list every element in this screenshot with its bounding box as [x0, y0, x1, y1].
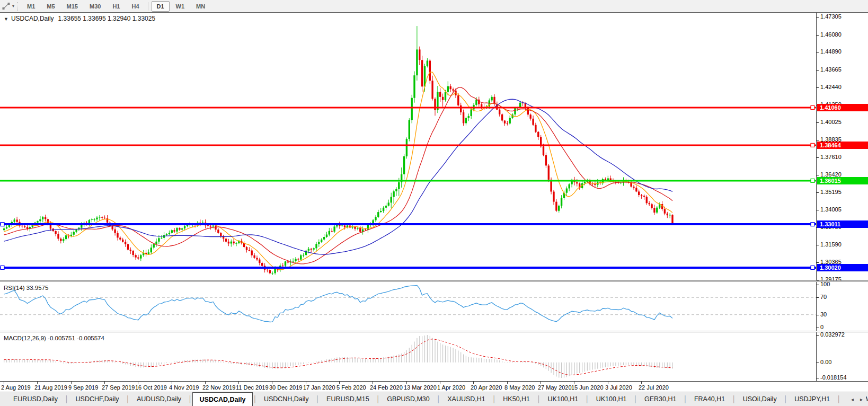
tab-list: EURUSD,Daily│USDCHF,Daily│AUDUSD,Daily│U… — [0, 392, 868, 406]
macd-panel[interactable] — [0, 332, 816, 381]
chart-tabbar: EURUSD,Daily│USDCHF,Daily│AUDUSD,Daily│U… — [0, 392, 868, 406]
timeframe-m15[interactable]: M15 — [61, 1, 83, 12]
axis-tick — [817, 297, 819, 298]
tab-scroll-buttons: ◂ ▸ — [845, 392, 866, 406]
date-tick — [406, 382, 407, 384]
date-label: 2 Aug 2019 — [1, 384, 31, 391]
axis-tick — [817, 285, 819, 285]
tab-uk100-h1[interactable]: UK100,H1 — [589, 392, 634, 406]
date-tick — [37, 382, 38, 384]
tab-eurusd-m15[interactable]: EURUSD,M15 — [320, 392, 376, 406]
tab-divider: │ — [376, 392, 380, 406]
line-studies-icon[interactable] — [2, 2, 11, 11]
date-label: 27 Sep 2019 — [102, 384, 135, 391]
axis-tick — [817, 52, 819, 52]
tab-hk50-h1[interactable]: HK50,H1 — [496, 392, 537, 406]
rsi-tick-label: 30 — [820, 311, 827, 317]
hline-handle[interactable] — [811, 266, 814, 269]
tab-divider: │ — [316, 392, 320, 406]
date-tick — [473, 382, 474, 384]
price-tick-label: 1.47305 — [820, 13, 842, 20]
macd-indicator-label: MACD(12,26,9) -0.005751 -0.005574 — [4, 335, 104, 341]
date-label: 24 Feb 2020 — [370, 384, 403, 391]
timeframe-d1[interactable]: D1 — [152, 1, 170, 12]
price-tick-label: 1.31590 — [820, 241, 842, 248]
slow-ma — [4, 99, 672, 254]
macd-tick-label: 0.00 — [820, 359, 831, 365]
price-chart-panel[interactable] — [0, 13, 816, 280]
panel-separator[interactable] — [0, 331, 868, 332]
timeframe-h1[interactable]: H1 — [107, 1, 125, 12]
timeframe-buttons: M1M5M15M30H1H4D1W1MN — [21, 0, 211, 12]
tab-gbpusd-m30[interactable]: GBPUSD,M30 — [380, 392, 437, 406]
rsi-panel[interactable] — [0, 282, 816, 331]
date-tick — [339, 382, 340, 384]
tab-fra40-h1[interactable]: FRA40,H1 — [687, 392, 732, 406]
panel-separator[interactable] — [0, 280, 868, 282]
tab-audusd-daily[interactable]: AUDUSD,Daily — [130, 392, 188, 406]
toolbar-separator — [17, 2, 18, 11]
axis-tick — [817, 328, 819, 328]
axis-tick — [817, 17, 819, 17]
collapse-icon[interactable]: ▼ — [4, 16, 8, 22]
date-label: 16 Oct 2019 — [135, 384, 167, 391]
axis-tick — [817, 210, 819, 210]
hline-handle[interactable] — [811, 179, 814, 182]
hline-handle[interactable] — [1, 266, 4, 269]
date-tick — [104, 382, 105, 384]
date-tick — [641, 382, 642, 384]
date-label: 17 Jan 2020 — [303, 384, 335, 391]
date-tick — [541, 382, 541, 384]
tab-uk100-h1[interactable]: UK100,H1 — [541, 392, 586, 406]
date-label: 27 May 2020 — [538, 384, 572, 391]
tab-divider: │ — [732, 392, 736, 406]
tab-divider: │ — [437, 392, 441, 406]
timeframe-m5[interactable]: M5 — [41, 1, 60, 12]
date-tick — [574, 382, 574, 384]
symbol-label: USDCAD,Daily — [11, 15, 54, 22]
tab-ger30-h1[interactable]: GER30,H1 — [637, 392, 683, 406]
tab-divider: │ — [585, 392, 589, 406]
hline-handle[interactable] — [811, 143, 814, 147]
tab-eurusd-daily[interactable]: EURUSD,Daily — [6, 392, 65, 406]
rsi-line — [4, 285, 672, 322]
tab-divider: │ — [837, 392, 841, 406]
toolbar-divider — [148, 2, 148, 11]
date-label: 15 Jun 2020 — [571, 384, 604, 391]
hline-price-badge: 1.41060 — [817, 104, 868, 111]
date-label: 21 Aug 2019 — [34, 384, 67, 391]
tab-usdcnh-daily[interactable]: USDCNH,Daily — [257, 392, 316, 406]
timeframe-m30[interactable]: M30 — [84, 1, 106, 12]
date-label: 1 Apr 2020 — [437, 384, 465, 391]
date-axis: 2 Aug 201921 Aug 20199 Sep 201927 Sep 20… — [0, 381, 868, 392]
hline-handle[interactable] — [811, 105, 814, 109]
toolbar: ▾ M1M5M15M30H1H4D1W1MN — [0, 0, 868, 13]
tab-divider: │ — [784, 392, 788, 406]
timeframe-mn[interactable]: MN — [191, 1, 210, 12]
timeframe-h4[interactable]: H4 — [126, 1, 144, 12]
tab-scroll-right-icon[interactable]: ▸ — [857, 395, 866, 403]
hline-handle[interactable] — [811, 223, 814, 226]
tab-divider: │ — [537, 392, 541, 406]
axis-tick — [817, 140, 819, 140]
date-label: 4 Nov 2019 — [169, 384, 199, 391]
date-label: 9 Sep 2019 — [68, 384, 98, 391]
date-tick — [373, 382, 373, 384]
tab-usoil-daily[interactable]: USOil,Daily — [736, 392, 784, 406]
tab-xauusd-h1[interactable]: XAUUSD,H1 — [440, 392, 492, 406]
price-tick-label: 1.34005 — [820, 206, 842, 213]
hline-handle[interactable] — [1, 223, 4, 226]
tab-usdchf-daily[interactable]: USDCHF,Daily — [69, 392, 126, 406]
date-label: 20 Apr 2020 — [471, 384, 502, 391]
tab-usdjpy-h1[interactable]: USDJPY,H1 — [787, 392, 837, 406]
axis-tick — [817, 157, 819, 158]
tab-scroll-left-icon[interactable]: ◂ — [848, 395, 857, 403]
price-tick-label: 1.46080 — [820, 31, 842, 38]
dropdown-caret-icon[interactable]: ▾ — [12, 4, 14, 8]
hline-price-badge: 1.38464 — [817, 142, 868, 149]
timeframe-m1[interactable]: M1 — [22, 1, 40, 12]
date-label: 3 Jul 2020 — [605, 384, 632, 391]
tab-usdcad-daily[interactable]: USDCAD,Daily — [192, 392, 253, 406]
date-label: 22 Nov 2019 — [202, 384, 235, 391]
timeframe-w1[interactable]: W1 — [171, 1, 190, 12]
